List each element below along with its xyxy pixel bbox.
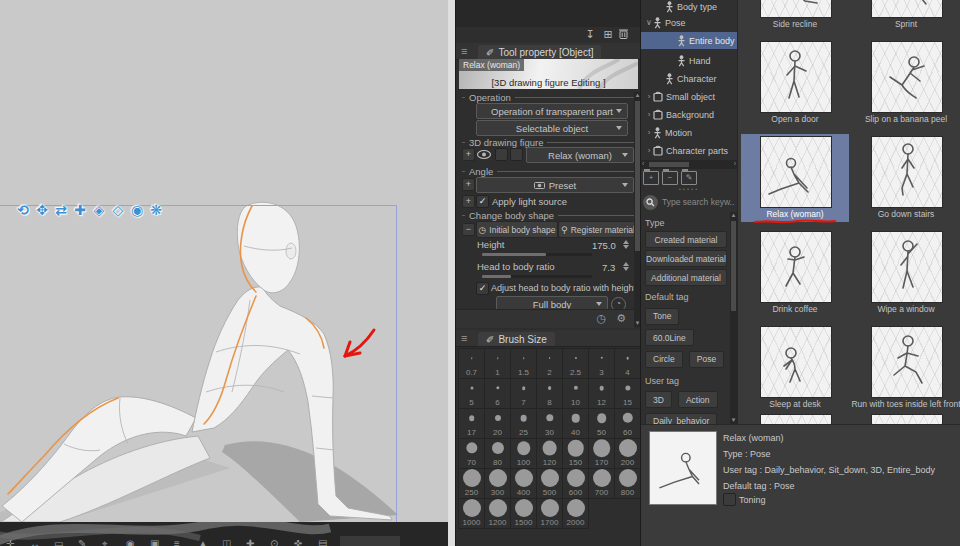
bottom-tool-icon[interactable]: ◫ xyxy=(222,538,231,546)
pose-thumbnail[interactable] xyxy=(871,231,943,303)
brush-size-1[interactable]: 1 xyxy=(485,349,510,378)
object-rotate-icon[interactable]: ◈ xyxy=(90,200,108,220)
chevron-right-icon[interactable]: › xyxy=(645,110,653,119)
register-new-material-icon[interactable]: ⊞ xyxy=(601,28,615,41)
pose-thumbnail[interactable] xyxy=(760,136,832,208)
brush-size-40[interactable]: 40 xyxy=(563,409,588,438)
toning-checkbox[interactable] xyxy=(723,493,736,506)
history-clock-icon[interactable]: ◷ xyxy=(596,312,606,325)
object-pose-icon[interactable]: ❋ xyxy=(147,200,165,220)
brush-size-600[interactable]: 600 xyxy=(563,469,588,498)
tree-item-background[interactable]: ›Background xyxy=(641,106,737,123)
brush-size-4[interactable]: 4 xyxy=(615,349,640,378)
brush-size-7[interactable]: 7 xyxy=(511,379,536,408)
material-item-relax-woman-[interactable]: Relax (woman) xyxy=(741,134,849,222)
pose-thumbnail[interactable] xyxy=(760,41,832,113)
brush-size-15[interactable]: 15 xyxy=(615,379,640,408)
light-add-button[interactable]: + xyxy=(462,195,475,208)
brush-size-1700[interactable]: 1700 xyxy=(537,499,562,528)
adjust-ratio-checkbox[interactable]: ✓ xyxy=(476,282,489,295)
tree-item-character[interactable]: Character xyxy=(641,70,737,87)
pose-thumbnail[interactable] xyxy=(871,41,943,113)
brush-size-2[interactable]: 2 xyxy=(537,349,562,378)
bottom-tool-icon[interactable]: ▭ xyxy=(54,538,63,546)
tree-item-small-object[interactable]: ›Small object xyxy=(641,88,737,105)
bottom-tool-icon[interactable]: ◉ xyxy=(126,538,135,546)
bottom-tool-icon[interactable]: ✎ xyxy=(78,538,86,546)
tag-chip-pose[interactable]: Pose xyxy=(689,351,724,368)
brush-size-50[interactable]: 50 xyxy=(589,409,614,438)
material-item-run-with-toes-inside-left-front[interactable]: Run with toes inside left front xyxy=(852,324,960,412)
camera-zoom-icon[interactable]: ⇄ xyxy=(52,200,70,220)
brush-size-250[interactable]: 250 xyxy=(459,469,484,498)
tag-chip-circle[interactable]: Circle xyxy=(645,351,683,368)
pose-thumbnail[interactable] xyxy=(760,0,832,18)
edit-folder-icon[interactable]: ✎ xyxy=(681,171,697,185)
brush-size-300[interactable]: 300 xyxy=(485,469,510,498)
tab-brush-size[interactable]: ✐ Brush Size xyxy=(478,332,555,346)
tree-item-hand[interactable]: Hand xyxy=(641,52,737,69)
tag-chip-60-0line[interactable]: 60.0Line xyxy=(645,329,694,346)
bottom-tool-icon[interactable]: ▣ xyxy=(150,538,159,546)
material-item-empty-10[interactable] xyxy=(741,412,849,424)
initial-body-shape-button[interactable]: ◷Initial body shape xyxy=(476,221,558,238)
chevron-right-icon[interactable]: › xyxy=(645,146,653,155)
material-item-side-recline[interactable]: Side recline xyxy=(741,0,849,32)
object-move-icon[interactable]: ✚ xyxy=(71,200,89,220)
panel-menu-icon[interactable]: ≡ xyxy=(461,45,467,57)
bottom-tool-icon[interactable]: ✚ xyxy=(246,538,254,546)
body-shape-collapse-button[interactable]: − xyxy=(462,223,475,236)
figure-add-button[interactable]: + xyxy=(462,148,475,161)
import-material-icon[interactable]: ↧ xyxy=(583,28,597,41)
bottom-tool-icon[interactable]: ≡ xyxy=(174,538,180,546)
angle-preset-dropdown[interactable]: Preset xyxy=(476,177,634,193)
brush-size-8[interactable]: 8 xyxy=(537,379,562,408)
brush-size-1.5[interactable]: 1.5 xyxy=(511,349,536,378)
new-folder-icon[interactable]: + xyxy=(643,171,659,185)
brush-size-150[interactable]: 150 xyxy=(563,439,588,468)
wrench-settings-icon[interactable]: ⚙ xyxy=(616,312,626,325)
tree-item-character-parts[interactable]: ›Character parts xyxy=(641,142,737,159)
material-search[interactable]: Type search keyw... xyxy=(643,193,735,211)
tree-item-entire-body[interactable]: Entire body xyxy=(641,32,737,49)
brush-size-12[interactable]: 12 xyxy=(589,379,614,408)
tag-chip-action[interactable]: Action xyxy=(678,391,718,408)
brush-size-1200[interactable]: 1200 xyxy=(485,499,510,528)
tag-chip-daily-behavior[interactable]: Daily_behavior xyxy=(645,413,717,425)
brush-size-170[interactable]: 170 xyxy=(589,439,614,468)
filter-button-additional-material[interactable]: Additional material xyxy=(645,269,727,286)
tree-item-motion[interactable]: ›Motion xyxy=(641,124,737,141)
material-item-sprint[interactable]: Sprint xyxy=(852,0,960,32)
object-ground-move-icon[interactable]: ◉ xyxy=(128,200,146,220)
brush-size-3[interactable]: 3 xyxy=(589,349,614,378)
figure-option-checkbox-1[interactable] xyxy=(495,148,508,161)
tag-chip-3d[interactable]: 3D xyxy=(645,391,672,408)
bottom-tool-icon[interactable]: ▤ xyxy=(318,538,327,546)
brush-size-120[interactable]: 120 xyxy=(537,439,562,468)
pose-thumbnail[interactable] xyxy=(871,414,943,424)
figure-select-dropdown[interactable]: Relax (woman) xyxy=(526,147,634,163)
tab-tool-property[interactable]: ✐ Tool property [Object] xyxy=(478,45,601,59)
bottom-tool-icon[interactable]: ▲ xyxy=(198,538,208,546)
brush-size-2000[interactable]: 2000 xyxy=(563,499,588,528)
camera-pan-icon[interactable]: ✥ xyxy=(33,200,51,220)
material-item-slip-on-a-banana-peel[interactable]: Slip on a banana peel xyxy=(852,39,960,127)
brush-size-6[interactable]: 6 xyxy=(485,379,510,408)
brush-size-70[interactable]: 70 xyxy=(459,439,484,468)
bottom-tool-icon[interactable]: ✜ xyxy=(294,538,302,546)
filter-button-created-material[interactable]: Created material xyxy=(645,231,727,248)
filter-button-downloaded-material[interactable]: Downloaded material xyxy=(645,250,727,267)
angle-add-button[interactable]: + xyxy=(462,178,475,191)
height-slider[interactable] xyxy=(482,253,592,256)
visibility-eye-icon[interactable] xyxy=(477,150,491,159)
pose-thumbnail[interactable] xyxy=(760,231,832,303)
bottom-tool-icon[interactable]: ↔ xyxy=(30,538,40,546)
tree-horizontal-scrollbar[interactable]: ‹ › xyxy=(641,160,737,169)
tree-item-body-type[interactable]: Body type xyxy=(641,0,737,15)
brush-size-1000[interactable]: 1000 xyxy=(459,499,484,528)
material-item-wipe-a-window[interactable]: Wipe a window xyxy=(852,229,960,317)
brush-size-400[interactable]: 400 xyxy=(511,469,536,498)
brush-size-17[interactable]: 17 xyxy=(459,409,484,438)
brush-size-0.7[interactable]: 0.7 xyxy=(459,349,484,378)
transparent-part-dropdown[interactable]: Operation of transparent part xyxy=(476,103,628,119)
